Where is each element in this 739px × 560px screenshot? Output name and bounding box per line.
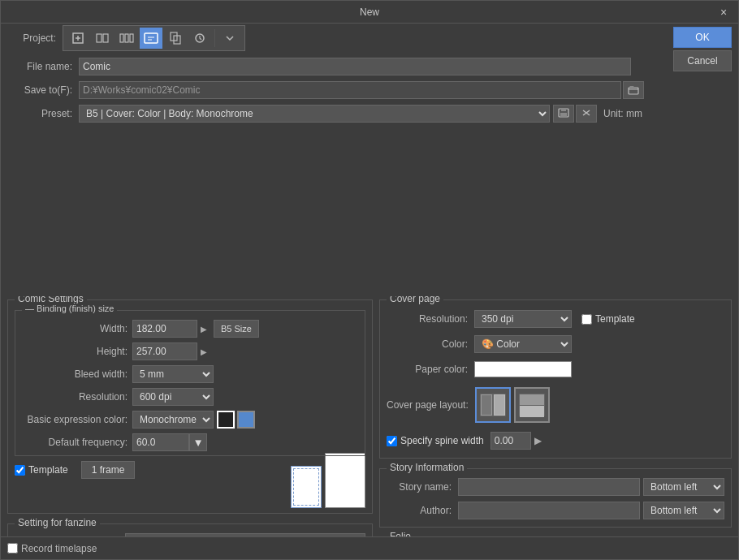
- template-checkbox[interactable]: [15, 465, 25, 476]
- story-grid: Story name: Bottom left Author: Bottom l…: [387, 477, 724, 520]
- width-input[interactable]: [132, 320, 197, 338]
- vendor-select[interactable]: General-purpose settings: [125, 533, 365, 536]
- resolution-row: Resolution: 600 dpi: [22, 387, 358, 407]
- project-tool-5[interactable]: [164, 28, 187, 49]
- spine-checkbox[interactable]: [387, 436, 397, 446]
- height-input[interactable]: [132, 342, 197, 360]
- record-timelapse-label[interactable]: Record timelapse: [7, 543, 97, 554]
- freq-dropdown[interactable]: ▼: [189, 433, 207, 451]
- close-button[interactable]: ×: [715, 4, 732, 20]
- story-name-input[interactable]: [458, 478, 640, 496]
- title-bar: New ×: [1, 1, 738, 24]
- spine-input[interactable]: [491, 432, 531, 450]
- bleed-select[interactable]: 5 mm: [132, 365, 214, 383]
- svg-rect-10: [629, 88, 638, 94]
- folio-title: Folio: [387, 531, 414, 536]
- template-preview-area: Template 1 frame: [15, 461, 365, 508]
- window-title: New: [360, 6, 379, 18]
- svg-rect-12: [560, 113, 567, 116]
- cover-grid: Resolution: 350 dpi Template Color: 🎨 Co…: [387, 308, 724, 451]
- paper-color-label: Paper color:: [387, 364, 468, 375]
- basic-color-row: Basic expression color: Monochrome: [22, 410, 358, 429]
- cover-page-title: Cover page: [387, 296, 443, 304]
- layout-previews: [475, 387, 550, 423]
- svg-rect-1: [97, 34, 102, 42]
- cover-resolution-select[interactable]: 350 dpi: [474, 310, 572, 328]
- width-label: Width:: [22, 323, 127, 334]
- svg-rect-3: [120, 34, 123, 42]
- dialog-window: New × OK Cancel Project:: [0, 0, 739, 560]
- story-name-label: Story name:: [387, 481, 452, 493]
- project-tool-dropdown[interactable]: [218, 28, 241, 49]
- project-tool-6[interactable]: [188, 28, 211, 49]
- record-timelapse-text: Record timelapse: [21, 543, 97, 554]
- height-arrow[interactable]: ▶: [201, 347, 207, 356]
- author-input[interactable]: [458, 502, 640, 519]
- width-arrow[interactable]: ▶: [201, 325, 207, 334]
- cover-layout-row: Cover page layout:: [387, 384, 724, 426]
- form-area: File name: Save to(F): Preset: B5 | Cove…: [1, 53, 738, 296]
- preset-save-btn[interactable]: [553, 105, 574, 123]
- main-content: Comic Settings — Binding (finish) size W…: [1, 296, 738, 536]
- template-frames-btn[interactable]: 1 frame: [81, 461, 136, 479]
- layout-preview-btn-2[interactable]: [514, 387, 550, 423]
- preset-row: Preset: B5 | Cover: Color | Body: Monoch…: [7, 103, 732, 124]
- cover-resolution-row: Resolution: 350 dpi Template: [387, 308, 724, 330]
- layout-preview-btn-1[interactable]: [475, 387, 511, 423]
- fanzine-section: Setting for fanzine Fanzine printing ven…: [7, 523, 373, 536]
- b5-size-button[interactable]: B5 Size: [214, 320, 259, 338]
- project-tool-3[interactable]: [115, 28, 138, 49]
- bleed-row: Bleed width: 5 mm: [22, 364, 358, 384]
- fanzine-fields: Fanzine printing vendor: General-purpose…: [15, 532, 365, 536]
- bottom-bar: Record timelapse: [1, 536, 738, 559]
- template-label: Template: [28, 464, 68, 476]
- freq-label: Default frequency:: [22, 437, 127, 448]
- color-btn-black[interactable]: [217, 411, 235, 429]
- spine-row: Specify spine width ▶: [387, 430, 724, 451]
- resolution-select[interactable]: 600 dpi: [132, 388, 214, 406]
- color-btn-blue[interactable]: [237, 411, 255, 429]
- spine-arrow[interactable]: ▶: [534, 435, 542, 446]
- ok-button[interactable]: OK: [673, 27, 732, 48]
- svg-rect-17: [482, 395, 491, 415]
- template-controls: Template 1 frame: [15, 461, 135, 479]
- template-row: Template 1 frame: [15, 461, 135, 479]
- freq-row: Default frequency: ▼: [22, 433, 358, 452]
- svg-rect-4: [125, 34, 128, 42]
- right-panel: Cover page Resolution: 350 dpi Template: [373, 296, 732, 533]
- basic-color-select[interactable]: Monochrome: [132, 411, 214, 429]
- unit-label: Unit: mm: [603, 108, 642, 119]
- freq-input[interactable]: [132, 433, 189, 451]
- template-checkbox-label[interactable]: Template: [15, 464, 68, 476]
- cover-color-select[interactable]: 🎨 Color: [474, 335, 572, 353]
- vendor-row: Fanzine printing vendor: General-purpose…: [15, 532, 365, 536]
- project-row: Project:: [1, 24, 738, 53]
- spine-label: Specify spine width: [400, 435, 484, 446]
- project-tool-2[interactable]: [91, 28, 114, 49]
- project-tool-4[interactable]: [140, 28, 162, 49]
- spine-checkbox-label[interactable]: Specify spine width: [387, 435, 484, 446]
- cover-layout-label: Cover page layout:: [387, 399, 469, 411]
- preset-delete-btn[interactable]: [576, 105, 597, 123]
- height-label: Height:: [22, 346, 127, 357]
- preset-select[interactable]: B5 | Cover: Color | Body: Monochrome: [79, 105, 550, 123]
- author-pos-select[interactable]: Bottom left: [643, 502, 724, 519]
- svg-rect-20: [520, 394, 544, 405]
- project-tool-1[interactable]: [67, 28, 89, 49]
- story-name-pos-select[interactable]: Bottom left: [643, 478, 724, 496]
- filename-input[interactable]: [79, 58, 631, 75]
- cover-template-checkbox[interactable]: [581, 314, 592, 325]
- width-row: Width: ▶ B5 Size: [22, 319, 358, 338]
- basic-color-label: Basic expression color:: [22, 414, 127, 425]
- color-buttons: [217, 411, 255, 429]
- paper-color-swatch[interactable]: [474, 361, 572, 377]
- record-timelapse-checkbox[interactable]: [7, 543, 18, 554]
- height-row: Height: ▶: [22, 342, 358, 361]
- cover-section: Cover page Resolution: 350 dpi Template: [379, 299, 732, 459]
- saveto-input[interactable]: [79, 81, 621, 99]
- browse-button[interactable]: [623, 81, 644, 99]
- cancel-button[interactable]: Cancel: [673, 50, 732, 71]
- author-row: Author: Bottom left: [387, 501, 724, 520]
- preset-label: Preset:: [7, 108, 72, 119]
- svg-rect-18: [495, 395, 504, 415]
